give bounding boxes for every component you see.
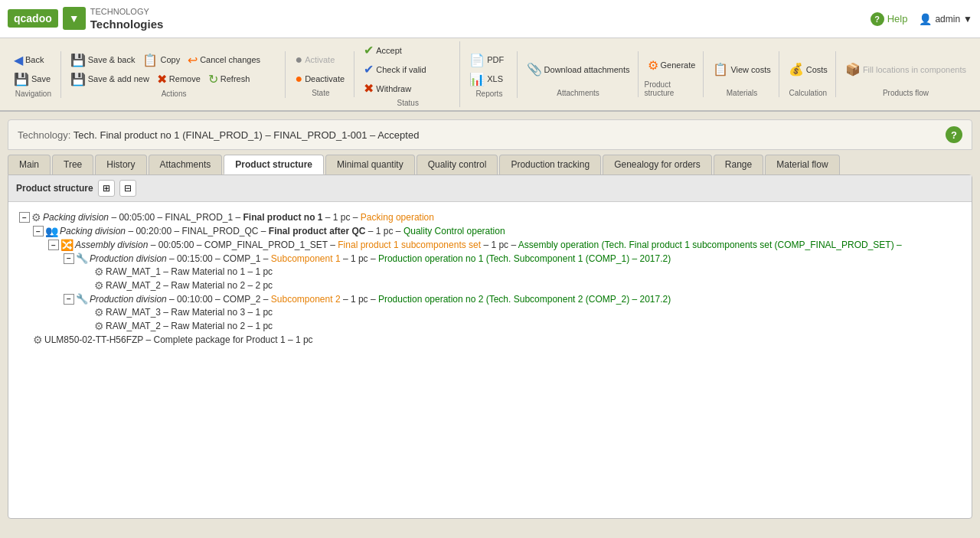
tab-genealogy-for-orders[interactable]: Genealogy for orders (603, 155, 712, 174)
view-costs-button[interactable]: 📋 View costs (710, 51, 773, 87)
download-attachments-button[interactable]: 📎 Download attachments (524, 51, 633, 87)
copy-button[interactable]: 📋 Copy (139, 51, 183, 69)
node3-text: Assembly division – 00:05:00 – COMP_FINA… (75, 240, 902, 250)
node8-text: RAW_MAT_3 – Raw Material no 3 – 1 pc (106, 307, 273, 318)
multi-icon-3: 🔀 (60, 239, 74, 251)
pdf-icon: 📄 (469, 53, 485, 67)
tab-range[interactable]: Range (714, 155, 763, 174)
withdraw-button[interactable]: ✖ Withdraw (361, 80, 414, 97)
toolbar-status-buttons: ✔ Accept ✔ Check if valid ✖ Withdraw (361, 41, 455, 97)
admin-area[interactable]: 👤 admin ▼ (919, 13, 972, 25)
toolbar-action-buttons: 💾 Save & back 📋 Copy ↩ Cancel changes 💾 … (67, 51, 281, 88)
check-if-valid-button[interactable]: ✔ Check if valid (361, 60, 429, 78)
tab-quality-control[interactable]: Quality control (416, 155, 498, 174)
gear-icon-9: ⚙ (94, 320, 104, 332)
save-button[interactable]: 💾 Save (11, 70, 54, 88)
deactivate-button[interactable]: ● Deactivate (292, 70, 348, 88)
save-back-button[interactable]: 💾 Save & back (67, 51, 139, 69)
tab-material-flow[interactable]: Material flow (765, 155, 839, 174)
panel-collapse-button[interactable]: ⊟ (119, 180, 136, 197)
refresh-label: Refresh (220, 74, 250, 83)
state-group-label: State (312, 87, 329, 97)
tree-node-4: − 🔧 Production division – 00:15:00 – COM… (18, 253, 962, 264)
toolbar-group-status: ✔ Accept ✔ Check if valid ✖ Withdraw Sta… (356, 41, 460, 107)
toolbar-group-actions: 💾 Save & back 📋 Copy ↩ Cancel changes 💾 … (63, 51, 286, 98)
xls-button[interactable]: 📊 XLS (466, 70, 506, 88)
tree-node-9: ⚙ RAW_MAT_2 – Raw Material no 2 – 1 pc (18, 320, 962, 332)
deactivate-icon: ● (295, 72, 302, 86)
cancel-changes-button[interactable]: ↩ Cancel changes (185, 51, 263, 69)
node6-text: RAW_MAT_2 – Raw Material no 2 – 2 pc (106, 280, 273, 291)
gear-icon-8: ⚙ (94, 306, 104, 318)
toggle-1[interactable]: − (19, 212, 30, 223)
app-name: Technologies (90, 17, 164, 32)
tab-minimal-quantity[interactable]: Minimal quantity (325, 155, 415, 174)
cancel-changes-label: Cancel changes (200, 55, 260, 64)
tree-node-10: ⚙ ULM850-02-TT-H56FZP – Complete package… (18, 334, 962, 346)
download-attachments-label: Download attachments (544, 65, 630, 74)
node5-text: RAW_MAT_1 – Raw Material no 1 – 1 pc (106, 266, 273, 277)
back-button[interactable]: ◀ Back (11, 51, 47, 69)
prod-op1-link[interactable]: Production operation no 1 (Tech. Subcomp… (378, 253, 671, 264)
xls-icon: 📊 (469, 72, 485, 86)
back-icon: ◀ (14, 53, 23, 67)
toggle-4[interactable]: − (64, 253, 74, 264)
toggle-3[interactable]: − (48, 240, 59, 250)
sub-icon-7: 🔧 (76, 293, 88, 305)
check-if-valid-label: Check if valid (376, 65, 426, 74)
help-link[interactable]: ? Help (871, 12, 908, 26)
tab-history[interactable]: History (95, 155, 146, 174)
toolbar-group-state: ● Activate ● Deactivate State (287, 51, 354, 97)
costs-button[interactable]: 💰 Costs (786, 51, 831, 87)
subcomp2-link[interactable]: Subcomponent 2 (271, 294, 341, 305)
qc-operation-link[interactable]: Quality Control operation (403, 226, 505, 236)
tab-attachments[interactable]: Attachments (149, 155, 223, 174)
main-content: Technology: Tech. Final product no 1 (FI… (0, 112, 980, 538)
admin-icon: 👤 (919, 13, 932, 25)
accept-button[interactable]: ✔ Accept (361, 41, 405, 59)
tree-node-1: − ⚙ Packing division – 00:05:00 – FINAL_… (18, 211, 962, 223)
tab-production-tracking[interactable]: Production tracking (499, 155, 601, 174)
subcomp-set-link[interactable]: Final product 1 subcomponents set (338, 240, 481, 250)
pdf-button[interactable]: 📄 PDF (466, 51, 507, 69)
toggle-7[interactable]: − (64, 294, 74, 305)
toolbar-group-attachments: 📎 Download attachments Attachments (519, 51, 639, 97)
app-category: TECHNOLOGY (90, 6, 164, 17)
tab-main[interactable]: Main (8, 155, 51, 174)
tree-node-3: − 🔀 Assembly division – 00:05:00 – COMP_… (18, 239, 962, 251)
toolbar-state-buttons: ● Activate ● Deactivate (292, 51, 349, 87)
tree-row-3: − 🔀 Assembly division – 00:05:00 – COMP_… (48, 239, 962, 251)
refresh-button[interactable]: ↻ Refresh (205, 70, 253, 88)
withdraw-icon: ✖ (364, 81, 374, 96)
node7-text: Production division – 00:10:00 – COMP_2 … (90, 294, 671, 305)
copy-label: Copy (160, 55, 180, 64)
fill-locations-button[interactable]: 📦 Fill locations in components (842, 51, 969, 87)
status-group-label: Status (397, 97, 419, 107)
save-add-new-button[interactable]: 💾 Save & add new (67, 70, 152, 88)
generate-button[interactable]: ⚙ Generate (645, 51, 699, 79)
prod-op2-link[interactable]: Production operation no 2 (Tech. Subcomp… (378, 294, 671, 305)
subcomp1-link[interactable]: Subcomponent 1 (271, 253, 341, 264)
save-back-icon: 💾 (70, 53, 86, 67)
view-costs-icon: 📋 (713, 62, 728, 77)
toolbar: ◀ Back 💾 Save Navigation 💾 Save & back 📋… (0, 38, 980, 112)
panel-expand-button[interactable]: ⊞ (98, 180, 115, 197)
activate-button[interactable]: ● Activate (292, 51, 338, 69)
download-icon: 📎 (527, 62, 542, 77)
accept-label: Accept (376, 46, 402, 55)
page-title: Technology: Tech. Final product no 1 (FI… (18, 129, 419, 141)
remove-button[interactable]: ✖ Remove (154, 70, 204, 88)
actions-group-label: Actions (162, 88, 187, 98)
tab-tree[interactable]: Tree (52, 155, 93, 174)
packing-operation-link[interactable]: Packing operation (361, 212, 434, 223)
toolbar-materials-buttons: 📋 View costs (710, 51, 773, 87)
app-dropdown-button[interactable]: ▼ (63, 7, 86, 30)
toggle-2[interactable]: − (33, 226, 44, 236)
tab-product-structure[interactable]: Product structure (224, 155, 324, 174)
pdf-label: PDF (487, 55, 504, 64)
save-back-label: Save & back (88, 55, 136, 64)
back-label: Back (25, 55, 44, 64)
tree-row-8: ⚙ RAW_MAT_3 – Raw Material no 3 – 1 pc (94, 306, 962, 318)
assembly-op-link[interactable]: Assembly operation (Tech. Final product … (518, 240, 902, 250)
help-circle-button[interactable]: ? (946, 126, 962, 143)
